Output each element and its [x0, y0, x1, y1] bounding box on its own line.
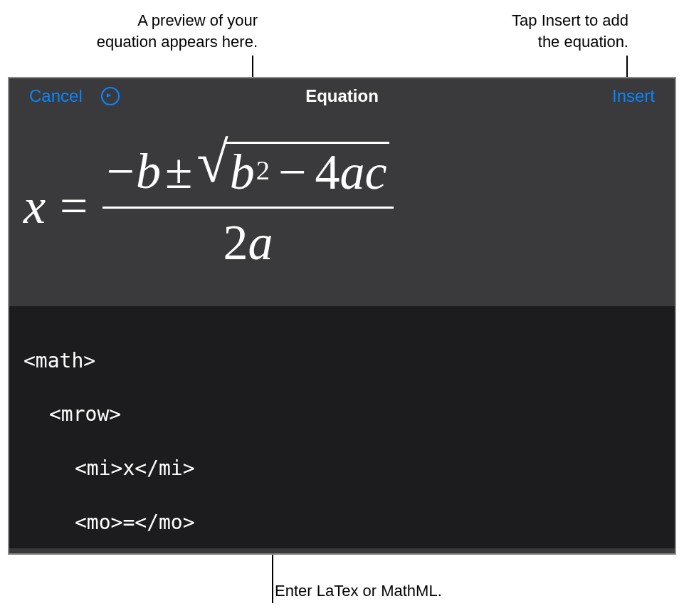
callout-input: Enter LaTex or MathML. — [275, 580, 524, 602]
eq-a: a — [340, 144, 364, 201]
code-line: <mi>x</mi> — [75, 455, 661, 482]
eq-denom-2: 2 — [223, 214, 248, 271]
eq-radicand: b 2 − 4 a c — [224, 142, 390, 201]
equation-rendered: x = − b ± √ b 2 − 4 a c — [23, 142, 394, 271]
eq-var-x: x — [23, 178, 46, 235]
callout-insert: Tap Insert to add the equation. — [451, 10, 628, 52]
eq-minus: − — [107, 143, 136, 200]
eq-b: b — [136, 143, 161, 200]
insert-button[interactable]: Insert — [612, 86, 655, 106]
code-line: <math> — [23, 348, 661, 375]
eq-denom-a: a — [248, 214, 273, 271]
eq-numerator: − b ± √ b 2 − 4 a c — [102, 142, 394, 201]
dialog-title: Equation — [305, 86, 379, 106]
eq-sqrt: √ b 2 − 4 a c — [196, 142, 389, 201]
callout-insert-line2: the equation. — [451, 31, 628, 53]
callout-preview-line2: equation appears here. — [44, 31, 258, 53]
callout-input-text: Enter LaTex or MathML. — [275, 582, 442, 600]
cancel-button[interactable]: Cancel — [29, 86, 83, 106]
eq-b2-base: b — [230, 144, 255, 201]
eq-4: 4 — [315, 144, 340, 201]
code-line: <mo>=</mo> — [75, 509, 661, 536]
callout-insert-line1: Tap Insert to add — [451, 10, 628, 31]
toolbar-left: Cancel — [29, 85, 121, 107]
code-line: <mrow> — [49, 401, 661, 428]
eq-c: c — [364, 144, 386, 201]
eq-equals: = — [46, 178, 102, 235]
undo-icon[interactable] — [100, 85, 121, 107]
callout-preview: A preview of your equation appears here. — [44, 10, 258, 52]
eq-b2-exp: 2 — [256, 155, 270, 186]
toolbar: Cancel Equation Insert — [9, 78, 675, 114]
svg-point-0 — [102, 88, 119, 105]
callout-preview-line1: A preview of your — [44, 10, 258, 31]
callout-leader-input — [272, 554, 273, 603]
eq-fraction: − b ± √ b 2 − 4 a c — [102, 142, 394, 271]
eq-plusminus: ± — [161, 143, 196, 200]
equation-editor-dialog: Cancel Equation Insert x = − b ± √ — [8, 77, 676, 555]
fraction-bar — [102, 207, 394, 209]
equation-preview: x = − b ± √ b 2 − 4 a c — [9, 114, 675, 306]
equation-input[interactable]: <math> <mrow> <mi>x</mi> <mo>=</mo> <mfr… — [9, 306, 675, 548]
eq-sqrt-minus: − — [270, 144, 315, 201]
eq-denominator: 2 a — [219, 214, 278, 271]
